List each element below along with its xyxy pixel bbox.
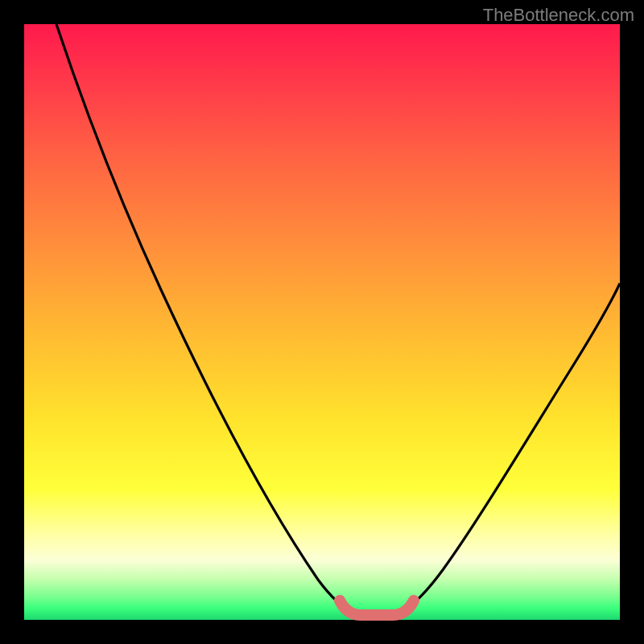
chart-frame: TheBottleneck.com (0, 0, 644, 644)
chart-plot-area (24, 24, 620, 620)
left-curve-line (56, 24, 353, 612)
chart-svg (24, 24, 620, 620)
right-curve-line (401, 283, 620, 612)
plateau-marker-line (340, 601, 414, 615)
watermark-text: TheBottleneck.com (483, 5, 634, 26)
